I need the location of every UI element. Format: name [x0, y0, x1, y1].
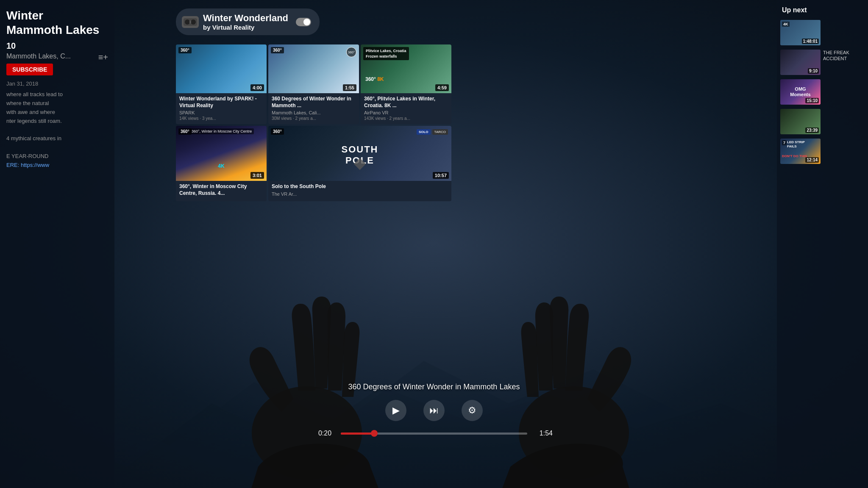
- duration-v5: 10:57: [433, 172, 449, 179]
- right-video-item-1[interactable]: 4K 1:48:01: [777, 18, 868, 47]
- right-sidebar: Up next 4K 1:48:01 9:10 THE FREAK ACCIDE…: [777, 0, 868, 488]
- subscribe-button[interactable]: SUBSCRIBE: [6, 64, 53, 75]
- video-channel-5: The VR Ar...: [272, 191, 448, 197]
- video-info-4: 360°, Winter in Moscow City Centre, Russ…: [176, 181, 267, 201]
- right-video-info-2: THE FREAK ACCIDENT: [823, 50, 865, 75]
- sidebar-description: where all tracks lead to where the natur…: [6, 90, 108, 169]
- progress-bar-container: 0:20 1:54: [307, 430, 561, 437]
- settings-button[interactable]: ⚙: [462, 400, 483, 421]
- right-video-item-5[interactable]: 7 LED STRIPFAILS DON'T DO THIS 12:14: [777, 137, 868, 166]
- right-thumb-5: 7 LED STRIPFAILS DON'T DO THIS 12:14: [780, 139, 821, 164]
- badge-360-circle-v2: 360°: [346, 47, 356, 57]
- right-video-info-3: [823, 79, 865, 105]
- next-button[interactable]: ⏭: [423, 400, 445, 421]
- add-playlist-button[interactable]: ≡+: [98, 53, 108, 62]
- vr-toggle[interactable]: [296, 18, 311, 26]
- duration-v1: 4:00: [250, 84, 264, 91]
- sidebar-link[interactable]: ERE: https://www: [6, 161, 108, 170]
- video-channel-1: SPARK: [179, 110, 263, 115]
- southpole-logos: SOLO TARCO: [417, 129, 448, 135]
- plitvice-label: Plitvice Lakes, CroatiaFrozen waterfalls: [363, 47, 409, 60]
- moscow-overlay-label: 360°, Winter in Moscow City Centre: [189, 128, 254, 134]
- right-video-item-4[interactable]: 23:39: [777, 107, 868, 136]
- badge-360-v3: 360° 8K: [363, 75, 386, 83]
- right-sidebar-header: Up next: [777, 4, 868, 18]
- right-video-item-3[interactable]: 15:10 OMGMoments: [777, 78, 868, 106]
- duration-v4: 3:01: [250, 172, 264, 179]
- video-info-1: Winter Wonderland by SPARK! - Virtual Re…: [176, 93, 267, 124]
- video-grid: 360° 4:00 Winter Wonderland by SPARK! - …: [176, 44, 451, 201]
- vr-icon: [182, 16, 199, 28]
- play-button[interactable]: ▶: [385, 400, 406, 421]
- badge-360-v2: 360°: [271, 47, 284, 53]
- badge-4k-v4: 4K: [218, 162, 224, 169]
- badge-360-v1: 360°: [178, 47, 192, 53]
- svg-rect-5: [189, 21, 191, 23]
- vr-header-badge: Winter Wonderland by Virtual Reality: [176, 8, 320, 35]
- video-title-5: Solo to the South Pole: [272, 183, 448, 190]
- video-info-3: 360°, Plitvice Lakes in Winter, Croatia.…: [361, 93, 451, 124]
- duration-v3: 4:59: [435, 84, 449, 91]
- right-video-info-1: [823, 20, 865, 45]
- right-video-item-2[interactable]: 9:10 THE FREAK ACCIDENT: [777, 48, 868, 77]
- right-video-info-5: [823, 139, 865, 164]
- video-title-1: Winter Wonderland by SPARK! - Virtual Re…: [179, 96, 263, 109]
- video-card-4[interactable]: 360° 360°, Winter in Moscow City Centre …: [176, 126, 267, 201]
- left-sidebar: WinterMammoth Lakes 10 ≡+ Mammoth Lakes,…: [0, 0, 114, 488]
- video-card-3[interactable]: Plitvice Lakes, CroatiaFrozen waterfalls…: [361, 44, 451, 124]
- video-thumb-5: 360° SOLO TARCO SOUTH POLE 10:57: [268, 126, 451, 181]
- right-badge-4k: 4K: [782, 22, 790, 27]
- vr-title-block: Winter Wonderland by Virtual Reality: [203, 13, 288, 31]
- now-playing-bar: 360 Degrees of Winter Wonder in Mammoth …: [307, 383, 561, 437]
- video-info-2: 360 Degrees of Winter Wonder in Mammoth …: [268, 93, 359, 124]
- sidebar-count: 10: [6, 41, 108, 51]
- video-title-2: 360 Degrees of Winter Wonder in Mammoth …: [272, 96, 356, 109]
- progress-track[interactable]: [341, 433, 527, 435]
- video-card-5[interactable]: 360° SOLO TARCO SOUTH POLE 10:57 Solo to…: [268, 126, 451, 201]
- svg-point-3: [185, 19, 190, 25]
- video-thumb-4: 360° 360°, Winter in Moscow City Centre …: [176, 126, 267, 181]
- video-thumb-3: Plitvice Lakes, CroatiaFrozen waterfalls…: [361, 44, 451, 93]
- right-thumb-2: 9:10: [780, 50, 821, 75]
- video-thumb-2: 360° 360° 1:55: [268, 44, 359, 93]
- vr-subtitle: by Virtual Reality: [203, 24, 288, 31]
- right-video-info-4: [823, 109, 865, 134]
- channel-row: Mammoth Lakes, C...: [6, 53, 98, 60]
- now-playing-title: 360 Degrees of Winter Wonder in Mammoth …: [307, 383, 561, 391]
- total-time: 1:54: [534, 430, 553, 437]
- svg-point-4: [191, 19, 196, 25]
- right-thumb-4: 23:39: [780, 109, 821, 134]
- sidebar-date: Jan 31, 2018: [6, 80, 108, 87]
- video-card-2[interactable]: 360° 360° 1:55 360 Degrees of Winter Won…: [268, 44, 359, 124]
- video-title-4: 360°, Winter in Moscow City Centre, Russ…: [179, 183, 263, 197]
- progress-handle[interactable]: [371, 430, 378, 437]
- channel-name: Mammoth Lakes, C...: [6, 53, 71, 60]
- progress-fill: [341, 433, 374, 435]
- video-title-3: 360°, Plitvice Lakes in Winter, Croatia.…: [364, 96, 448, 109]
- video-meta-3: 143K views · 2 years a...: [364, 116, 448, 121]
- right-thumb-1: 4K 1:48:01: [780, 20, 821, 45]
- video-meta-2: 30M views · 2 years a...: [272, 116, 356, 121]
- vr-title: Winter Wonderland: [203, 13, 288, 24]
- current-time: 0:20: [315, 430, 334, 437]
- duration-v2: 1:55: [343, 84, 356, 91]
- video-card-1[interactable]: 360° 4:00 Winter Wonderland by SPARK! - …: [176, 44, 267, 124]
- video-info-5: Solo to the South Pole The VR Ar...: [268, 181, 451, 201]
- player-controls: ▶ ⏭ ⚙: [307, 400, 561, 421]
- play-icon: ▶: [392, 405, 400, 416]
- video-channel-2: Mammoth Lakes, Cali...: [272, 110, 356, 115]
- video-channel-3: AirPano VR: [364, 110, 448, 115]
- next-icon: ⏭: [429, 405, 439, 416]
- badge-360-v5: 360°: [271, 128, 284, 135]
- settings-icon: ⚙: [468, 405, 476, 416]
- video-meta-1: 14K views · 3 yea...: [179, 116, 263, 121]
- video-thumb-1: 360° 4:00: [176, 44, 267, 93]
- sidebar-title: WinterMammoth Lakes: [6, 8, 108, 37]
- right-thumb-3: 15:10 OMGMoments: [780, 79, 821, 105]
